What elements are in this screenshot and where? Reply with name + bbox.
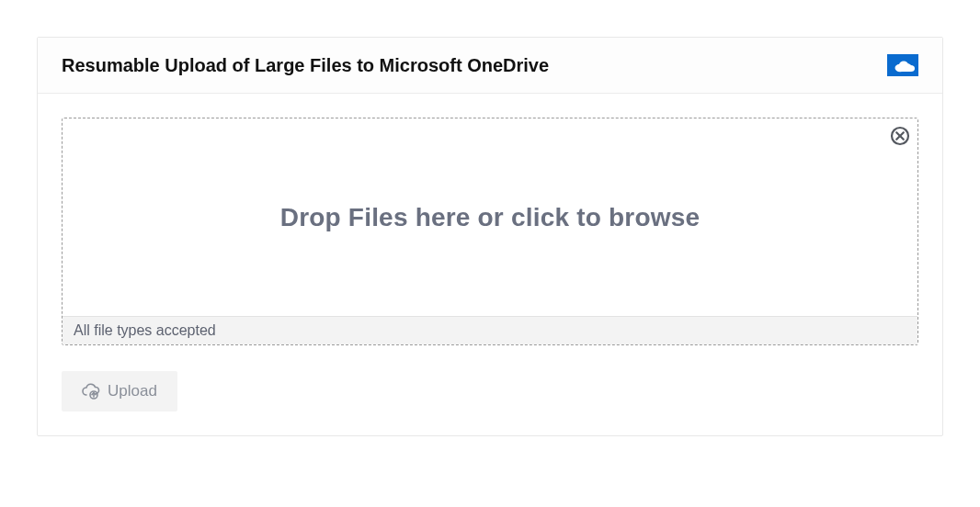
panel-body: Drop Files here or click to browse All f… xyxy=(38,94,942,435)
onedrive-icon xyxy=(887,54,918,76)
dropzone-main: Drop Files here or click to browse xyxy=(63,118,917,316)
panel-title: Resumable Upload of Large Files to Micro… xyxy=(62,55,549,76)
upload-panel: Resumable Upload of Large Files to Micro… xyxy=(37,37,943,436)
svg-rect-5 xyxy=(898,67,912,72)
dropzone-footer: All file types accepted xyxy=(63,316,917,344)
close-icon[interactable] xyxy=(890,126,910,146)
upload-button-label: Upload xyxy=(108,382,157,400)
dropzone-prompt: Drop Files here or click to browse xyxy=(280,203,700,232)
upload-button[interactable]: Upload xyxy=(62,371,177,411)
panel-header: Resumable Upload of Large Files to Micro… xyxy=(38,38,942,94)
file-dropzone[interactable]: Drop Files here or click to browse All f… xyxy=(62,118,918,345)
cloud-upload-icon xyxy=(82,383,100,400)
